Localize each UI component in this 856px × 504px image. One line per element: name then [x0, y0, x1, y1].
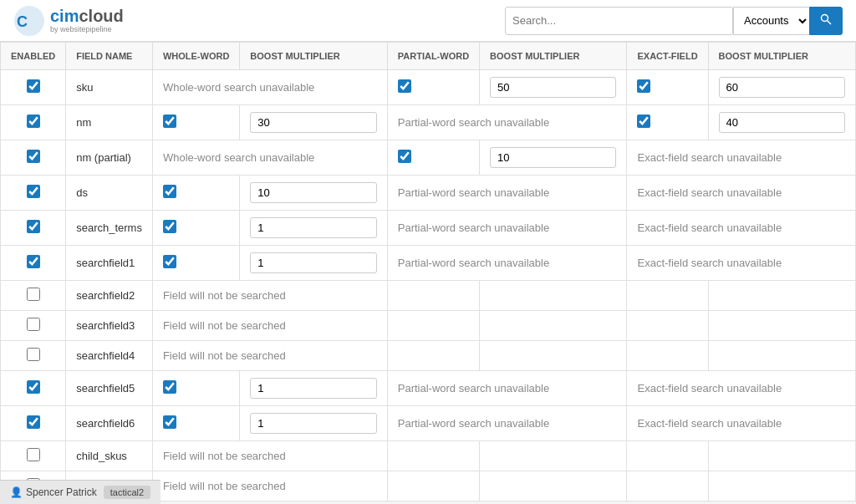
input-boost2-2[interactable]: [490, 147, 616, 168]
cell-boost2-6: [480, 281, 627, 311]
checkbox-enabled-4[interactable]: [27, 220, 40, 233]
cell-enabled-3: [1, 176, 66, 211]
cell-wholeword-11: Field will not be searched: [152, 441, 387, 471]
table-row: searchfield1Partial-word search unavaila…: [1, 246, 856, 281]
table-row: nm (partial)Whole-word search unavailabl…: [1, 140, 856, 176]
partial-unavailable-4: Partial-word search unavailable: [398, 221, 549, 234]
wholeword-unavailable-7: Field will not be searched: [163, 319, 286, 332]
cell-wholeword-2: Whole-word search unavailable: [152, 140, 387, 176]
cell-wholeword-3: [152, 176, 239, 211]
checkbox-enabled-6[interactable]: [27, 288, 40, 301]
col-header-fieldname: FIELD NAME: [66, 43, 153, 70]
table-row: searchfield5Partial-word search unavaila…: [1, 371, 856, 406]
checkbox-enabled-11[interactable]: [27, 448, 40, 461]
checkbox-wholeword-3[interactable]: [163, 185, 176, 198]
checkbox-enabled-2[interactable]: [27, 150, 40, 163]
checkbox-wholeword-5[interactable]: [163, 255, 176, 268]
input-boost1-9[interactable]: [250, 378, 376, 399]
cell-exact-0: [627, 70, 708, 105]
cell-exact-8: [627, 341, 708, 371]
cell-exact-6: [627, 281, 708, 311]
cell-wholeword-7: Field will not be searched: [152, 311, 387, 341]
input-boost1-1[interactable]: [250, 112, 376, 133]
wholeword-unavailable-12: Field will not be searched: [163, 480, 286, 492]
checkbox-wholeword-1[interactable]: [163, 115, 176, 128]
checkbox-wholeword-9[interactable]: [163, 380, 176, 394]
exact-unavailable-4: Exact-field search unavailable: [637, 221, 782, 234]
partial-unavailable-10: Partial-word search unavailable: [398, 417, 549, 430]
cell-boost2-7: [480, 311, 627, 341]
cell-exact-1: [627, 105, 708, 140]
cell-exact-5: Exact-field search unavailable: [627, 246, 856, 281]
checkbox-enabled-8[interactable]: [27, 348, 40, 361]
checkbox-partial-2[interactable]: [398, 150, 411, 163]
search-button[interactable]: [809, 7, 843, 35]
user-icon: 👤: [10, 486, 23, 498]
partial-unavailable-1: Partial-word search unavailable: [398, 116, 549, 129]
table-row: searchfield6Partial-word search unavaila…: [1, 406, 856, 441]
input-boost2-0[interactable]: [490, 77, 616, 98]
cell-boost3-11: [708, 441, 855, 471]
wholeword-unavailable-2: Whole-word search unavailable: [163, 151, 314, 164]
cell-partial-2: [387, 140, 479, 176]
checkbox-enabled-10[interactable]: [27, 415, 40, 429]
cell-exact-12: [627, 471, 708, 501]
cell-enabled-10: [1, 406, 66, 441]
checkbox-wholeword-4[interactable]: [163, 220, 176, 233]
input-boost1-4[interactable]: [250, 217, 376, 238]
footer-bar: 👤 Spencer Patrick tactical2: [0, 480, 160, 501]
cell-enabled-1: [1, 105, 66, 140]
input-boost1-5[interactable]: [250, 252, 376, 273]
checkbox-exact-0[interactable]: [637, 79, 650, 93]
checkbox-partial-0[interactable]: [398, 79, 411, 93]
cell-wholeword-12: Field will not be searched: [152, 471, 387, 501]
checkbox-enabled-0[interactable]: [27, 79, 40, 93]
checkbox-enabled-3[interactable]: [27, 185, 40, 198]
input-boost3-0[interactable]: [719, 77, 845, 98]
cell-boost3-7: [708, 311, 855, 341]
header: C cimcloud by websitepipeline Accounts: [0, 0, 856, 42]
cell-partial-12: [387, 471, 479, 501]
search-input[interactable]: [505, 7, 733, 35]
cell-fieldname-8: searchfield4: [66, 341, 153, 371]
cell-boost2-11: [480, 441, 627, 471]
checkbox-enabled-5[interactable]: [27, 255, 40, 268]
cell-enabled-5: [1, 246, 66, 281]
cell-boost3-6: [708, 281, 855, 311]
exact-unavailable-5: Exact-field search unavailable: [637, 257, 782, 269]
cell-enabled-0: [1, 70, 66, 105]
accounts-dropdown[interactable]: Accounts: [733, 7, 809, 35]
input-boost1-3[interactable]: [250, 182, 376, 203]
col-header-partial: PARTIAL-WORD: [387, 43, 479, 70]
cell-boost1-1: [240, 105, 387, 140]
checkbox-exact-1[interactable]: [637, 115, 650, 128]
input-boost1-10[interactable]: [250, 413, 376, 434]
cell-fieldname-3: ds: [66, 176, 153, 211]
checkbox-enabled-1[interactable]: [27, 115, 40, 128]
svg-point-2: [822, 15, 828, 22]
cell-partial-4: Partial-word search unavailable: [387, 211, 627, 246]
checkbox-wholeword-10[interactable]: [163, 415, 176, 429]
logo-icon: C: [13, 5, 45, 37]
cell-boost3-12: [708, 471, 855, 501]
wholeword-unavailable-8: Field will not be searched: [163, 349, 286, 362]
cell-exact-9: Exact-field search unavailable: [627, 371, 856, 406]
col-header-boost2: BOOST MULTIPLIER: [480, 43, 627, 70]
exact-unavailable-10: Exact-field search unavailable: [637, 417, 782, 430]
cell-enabled-4: [1, 211, 66, 246]
cell-boost2-12: [480, 471, 627, 501]
svg-text:C: C: [17, 13, 28, 30]
checkbox-enabled-7[interactable]: [27, 318, 40, 331]
cell-fieldname-5: searchfield1: [66, 246, 153, 281]
col-header-boost1: BOOST MULTIPLIER: [240, 43, 387, 70]
cell-boost2-2: [480, 140, 627, 176]
cell-boost3-1: [708, 105, 855, 140]
cell-fieldname-4: search_terms: [66, 211, 153, 246]
cell-enabled-9: [1, 371, 66, 406]
cell-boost2-8: [480, 341, 627, 371]
partial-unavailable-3: Partial-word search unavailable: [398, 186, 549, 199]
input-boost3-1[interactable]: [719, 112, 845, 133]
cell-boost1-4: [240, 211, 387, 246]
checkbox-enabled-9[interactable]: [27, 380, 40, 394]
exact-unavailable-2: Exact-field search unavailable: [637, 151, 782, 164]
